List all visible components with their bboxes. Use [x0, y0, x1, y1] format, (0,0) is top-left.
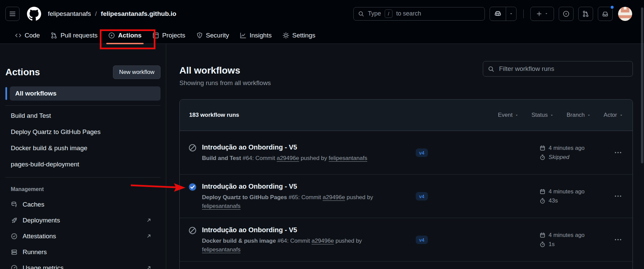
external-link-icon: [146, 233, 152, 239]
tab-security[interactable]: Security: [194, 27, 232, 44]
run-options-button[interactable]: [612, 236, 624, 243]
run-options-button[interactable]: [612, 192, 624, 200]
kebab-icon: [614, 236, 622, 243]
calendar-icon: [539, 232, 546, 238]
tab-projects[interactable]: Projects: [150, 27, 188, 44]
run-meta: 4 minutes ago Skipped: [539, 145, 611, 161]
author-link[interactable]: felipesantanafs: [329, 155, 367, 161]
hamburger-icon: [9, 10, 16, 18]
tab-code[interactable]: Code: [12, 27, 42, 44]
git-pull-request-icon: [51, 32, 57, 39]
run-title-link[interactable]: Introdução ao Onbording - V5: [202, 225, 384, 235]
author-link[interactable]: felipesantanafs: [202, 203, 240, 209]
chevron-down-icon: [509, 12, 513, 16]
rocket-icon: [11, 217, 18, 224]
search-icon: [358, 11, 364, 17]
create-new-button[interactable]: [530, 7, 554, 21]
tab-pull-requests[interactable]: Pull requests: [48, 27, 100, 44]
graph-icon: [240, 32, 246, 39]
sidebar-item-deployments[interactable]: Deployments: [5, 212, 160, 228]
runs-filter-bar: Event Status Branch Actor: [498, 112, 623, 118]
sidebar-item-runners[interactable]: Runners: [5, 244, 160, 260]
run-options-button[interactable]: [612, 149, 624, 156]
stopwatch-icon: [539, 241, 546, 247]
sidebar-item-attestations[interactable]: Attestations: [5, 228, 160, 244]
workflow-run-row: Introdução ao Onbording - V5 Deploy Quar…: [180, 174, 633, 218]
run-title-link[interactable]: Introdução ao Onbording - V5: [202, 182, 384, 191]
copilot-icon: [494, 10, 501, 17]
version-badge[interactable]: v4: [416, 236, 428, 244]
sidebar-divider: [5, 177, 160, 178]
filter-workflow-runs-input[interactable]: [498, 65, 628, 73]
author-link[interactable]: felipesantanafs: [202, 246, 240, 253]
run-subtitle: Build and Test #64: Commit a29496e pushe…: [202, 154, 367, 163]
runs-card-header: 183 workflow runs Event Status Branch: [180, 100, 633, 131]
workflow-run-row: Introdução ao Onbording - V5 Docker buil…: [180, 218, 633, 262]
chevron-down-icon: [587, 113, 591, 117]
breadcrumb-owner-link[interactable]: felipesantanafs: [48, 10, 91, 18]
management-section-label: Management: [5, 186, 160, 192]
search-placeholder-suffix: to search: [396, 10, 421, 17]
commit-link[interactable]: a29496e: [277, 155, 299, 161]
gear-icon: [283, 32, 289, 39]
external-link-icon: [146, 265, 152, 269]
pull-requests-button[interactable]: [578, 7, 593, 21]
sidebar-item-all-workflows[interactable]: All workflows: [10, 86, 160, 101]
commit-link[interactable]: a29496e: [312, 238, 334, 244]
sidebar-item-caches[interactable]: Caches: [5, 196, 160, 212]
chevron-down-icon: [515, 113, 519, 117]
copilot-dropdown-button[interactable]: [506, 7, 516, 21]
tab-insights[interactable]: Insights: [237, 27, 274, 44]
management-list: Caches Deployments Attestations Runners: [5, 196, 160, 269]
run-duration: 43s: [539, 197, 611, 204]
run-duration: 1s: [539, 241, 611, 248]
sidebar-item-workflow[interactable]: Deploy Quartz to GitHub Pages: [5, 124, 160, 140]
new-workflow-button[interactable]: New workflow: [113, 65, 160, 79]
run-meta: 4 minutes ago 1s: [539, 232, 611, 248]
workflow-runs-card: 183 workflow runs Event Status Branch: [179, 99, 633, 269]
meter-icon: [11, 265, 18, 269]
selected-item-accent-bar: [5, 87, 7, 100]
sidebar-divider: [5, 105, 160, 106]
tab-actions[interactable]: Actions: [106, 27, 144, 44]
external-link-icon: [146, 217, 152, 223]
scrollbar-thumb[interactable]: [641, 7, 643, 163]
run-duration: Skipped: [539, 154, 611, 161]
skipped-icon: [188, 226, 197, 235]
breadcrumb-repo-link[interactable]: felipesantanafs.github.io: [101, 10, 176, 18]
server-icon: [11, 249, 18, 255]
git-pull-request-icon: [582, 10, 589, 17]
run-title-link[interactable]: Introdução ao Onbording - V5: [202, 142, 367, 152]
branch-filter-dropdown[interactable]: Branch: [566, 112, 591, 118]
shield-icon: [196, 32, 203, 39]
kebab-icon: [614, 149, 622, 156]
sidebar-item-usage-metrics[interactable]: Usage metrics: [5, 260, 160, 269]
issues-button[interactable]: [559, 7, 574, 21]
plus-icon: [536, 11, 542, 17]
run-start-time: 4 minutes ago: [539, 232, 611, 239]
run-subtitle: Deploy Quartz to GitHub Pages #65: Commi…: [202, 193, 384, 211]
success-check-icon: [188, 183, 197, 191]
sidebar-item-workflow[interactable]: Build and Test: [5, 108, 160, 124]
actor-filter-dropdown[interactable]: Actor: [604, 112, 623, 118]
issue-opened-icon: [563, 10, 569, 17]
global-search-input[interactable]: Type / to search: [353, 7, 485, 21]
tab-settings[interactable]: Settings: [280, 27, 318, 44]
event-filter-dropdown[interactable]: Event: [498, 112, 519, 118]
stopwatch-icon: [539, 198, 546, 204]
user-avatar[interactable]: [618, 7, 632, 21]
hamburger-menu-button[interactable]: [5, 7, 20, 21]
sidebar-item-workflow[interactable]: pages-build-deployment: [5, 156, 160, 172]
version-badge[interactable]: v4: [416, 192, 428, 200]
search-icon: [488, 66, 494, 72]
github-logo-icon[interactable]: [27, 7, 41, 21]
commit-link[interactable]: a29496e: [323, 194, 345, 200]
run-meta: 4 minutes ago 43s: [539, 188, 611, 204]
breadcrumb-separator: /: [95, 10, 97, 18]
version-badge[interactable]: v4: [416, 149, 428, 157]
copilot-button[interactable]: [490, 7, 506, 21]
sidebar-item-workflow[interactable]: Docker build & push image: [5, 140, 160, 156]
header-divider: [523, 9, 524, 18]
status-filter-dropdown[interactable]: Status: [531, 112, 554, 118]
workflow-runs-main: All workflows Showing runs from all work…: [166, 44, 644, 269]
